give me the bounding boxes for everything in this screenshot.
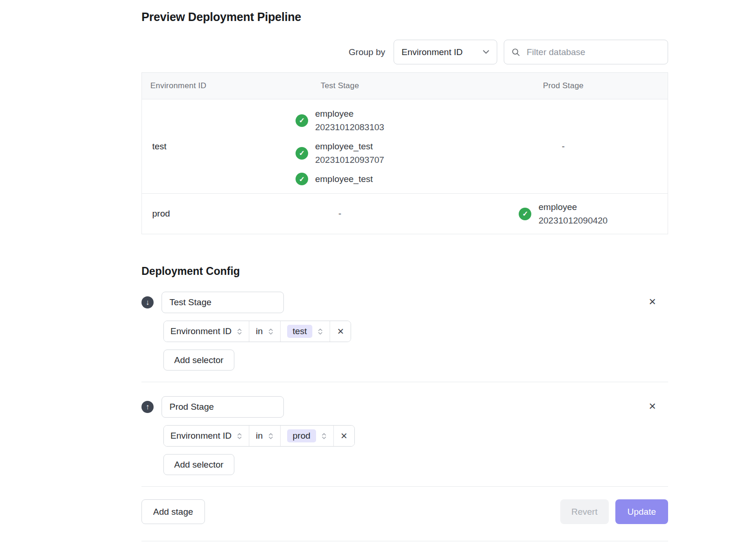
main-content: Preview Deployment Pipeline Group by Env… xyxy=(141,0,668,541)
table-row: test ✓ employee 20231012083103 ✓ employe… xyxy=(142,99,668,194)
update-button[interactable]: Update xyxy=(615,499,668,524)
check-circle-icon: ✓ xyxy=(296,173,308,185)
selector-key-select[interactable]: Environment ID xyxy=(164,426,249,446)
arrow-up-circle-icon: ↑ xyxy=(141,401,154,413)
footer-actions: Add stage Revert Update xyxy=(141,499,668,524)
table-header-row: Environment ID Test Stage Prod Stage xyxy=(142,73,668,99)
database-text: employee_test 20231012093707 xyxy=(315,140,384,167)
table-row: prod - ✓ employee 20231012090420 xyxy=(142,194,668,234)
database-text: employee 20231012090420 xyxy=(538,200,607,227)
database-name: employee_test xyxy=(315,172,373,186)
column-header-test-stage: Test Stage xyxy=(221,81,459,91)
environment-cell: test xyxy=(142,134,221,159)
selector-value-tag: prod xyxy=(287,429,316,442)
chevron-down-icon xyxy=(483,50,489,54)
database-version: 20231012090420 xyxy=(538,214,607,227)
selector-value-tag: test xyxy=(287,325,313,338)
add-stage-button[interactable]: Add stage xyxy=(141,499,205,524)
database-item: ✓ employee 20231012083103 xyxy=(296,107,384,134)
prod-stage-cell: ✓ employee 20231012090420 xyxy=(459,194,668,234)
remove-stage-button[interactable]: × xyxy=(646,294,659,308)
stage-block-test: × ↓ Environment ID in test xyxy=(141,292,668,382)
deployment-config-title: Deployment Config xyxy=(141,265,668,278)
check-circle-icon: ✓ xyxy=(296,147,308,160)
test-stage-cell: ✓ employee 20231012083103 ✓ employee_tes… xyxy=(221,99,459,193)
select-chevrons-icon xyxy=(237,328,242,336)
group-by-select[interactable]: Environment ID xyxy=(394,40,497,64)
selector-operator-select[interactable]: in xyxy=(249,321,281,342)
group-by-selected-value: Environment ID xyxy=(402,47,463,57)
database-text: employee 20231012083103 xyxy=(315,107,384,134)
selector-operator-label: in xyxy=(256,326,263,336)
right-actions: Revert Update xyxy=(560,499,668,524)
bottom-divider xyxy=(141,541,668,541)
environment-cell: prod xyxy=(142,202,221,225)
add-selector-button[interactable]: Add selector xyxy=(163,350,234,371)
database-name: employee_test xyxy=(315,140,384,153)
selector-row: Environment ID in test xyxy=(163,321,351,342)
select-chevrons-icon xyxy=(317,328,323,336)
database-item: ✓ employee 20231012090420 xyxy=(519,200,607,227)
database-item: ✓ employee_test 20231012093707 xyxy=(296,140,384,167)
stage-head: ↓ xyxy=(141,292,668,313)
group-by-label: Group by xyxy=(349,47,385,57)
arrow-down-circle-icon: ↓ xyxy=(141,296,154,308)
check-circle-icon: ✓ xyxy=(519,208,531,220)
selector-row: Environment ID in prod xyxy=(163,425,355,447)
add-selector-button[interactable]: Add selector xyxy=(163,454,234,475)
select-chevrons-icon xyxy=(268,328,274,336)
stage-block-prod: × ↑ Environment ID in prod xyxy=(141,396,668,487)
check-circle-icon: ✓ xyxy=(296,114,308,127)
column-header-environment-id: Environment ID xyxy=(142,81,221,91)
prod-stage-cell: - xyxy=(459,134,668,159)
filter-database-box xyxy=(504,40,668,64)
database-name: employee xyxy=(315,107,384,120)
database-text: employee_test xyxy=(315,172,373,186)
database-version: 20231012083103 xyxy=(315,120,384,134)
select-chevrons-icon xyxy=(268,432,274,440)
database-list: ✓ employee 20231012083103 ✓ employee_tes… xyxy=(296,107,384,186)
stage-name-input[interactable] xyxy=(162,396,284,418)
database-name: employee xyxy=(538,200,607,214)
selector-operator-label: in xyxy=(256,431,263,441)
database-item: ✓ employee_test xyxy=(296,172,373,186)
remove-selector-button[interactable]: × xyxy=(334,426,354,446)
selector-value-select[interactable]: test xyxy=(281,321,331,342)
remove-selector-button[interactable]: × xyxy=(330,321,351,342)
toolbar: Group by Environment ID xyxy=(141,40,668,64)
select-chevrons-icon xyxy=(237,432,242,440)
filter-database-input[interactable] xyxy=(526,47,661,58)
selector-key-label: Environment ID xyxy=(170,326,232,336)
search-icon xyxy=(511,48,521,57)
select-chevrons-icon xyxy=(321,432,327,440)
stage-name-input[interactable] xyxy=(162,292,284,313)
column-header-prod-stage: Prod Stage xyxy=(459,81,668,91)
selector-key-label: Environment ID xyxy=(170,431,232,441)
stage-head: ↑ xyxy=(141,396,668,418)
page-title: Preview Deployment Pipeline xyxy=(141,10,668,24)
selector-value-select[interactable]: prod xyxy=(281,426,334,446)
test-stage-cell: - xyxy=(221,202,459,225)
revert-button[interactable]: Revert xyxy=(560,499,609,524)
selector-operator-select[interactable]: in xyxy=(249,426,281,446)
database-version: 20231012093707 xyxy=(315,153,384,167)
selector-key-select[interactable]: Environment ID xyxy=(164,321,249,342)
remove-stage-button[interactable]: × xyxy=(646,399,659,413)
pipeline-table: Environment ID Test Stage Prod Stage tes… xyxy=(141,72,668,234)
